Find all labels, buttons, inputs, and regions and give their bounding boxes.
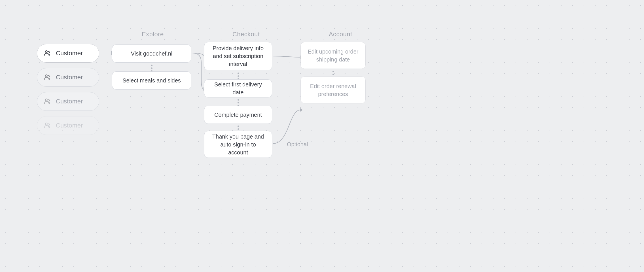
actor-customer-1: Customer (37, 44, 99, 63)
actor-customer-2: Customer (37, 68, 99, 87)
delivery-info-node: Provide delivery info and set subscripti… (204, 42, 272, 70)
thankyou-label: Thank you page and auto sign-in to accou… (210, 133, 266, 156)
actor-customer-3: Customer (37, 92, 99, 111)
svg-point-8 (48, 76, 50, 77)
customer-icon-2 (42, 72, 52, 82)
svg-point-11 (45, 123, 47, 125)
visit-node: Visit goodchef.nl (112, 44, 191, 63)
column-header-checkout: Checkout (232, 31, 260, 38)
svg-point-10 (48, 100, 50, 101)
optional-label: Optional (287, 141, 308, 148)
delivery-info-label: Provide delivery info and set subscripti… (210, 44, 266, 68)
actor-label-1: Customer (56, 50, 83, 57)
renewal-label: Edit order renewal preferences (306, 82, 360, 98)
first-delivery-label: Select first delivery date (210, 80, 266, 96)
column-header-account: Account (329, 31, 352, 38)
svg-marker-4 (300, 108, 303, 112)
shipping-date-node: Edit upcoming order shipping date (300, 42, 366, 69)
customer-icon-3 (42, 96, 52, 107)
customer-icon-1 (42, 48, 52, 58)
shipping-date-label: Edit upcoming order shipping date (306, 48, 360, 63)
svg-point-9 (45, 99, 47, 101)
svg-point-5 (45, 51, 47, 53)
column-header-explore: Explore (142, 31, 164, 38)
visit-label: Visit goodchef.nl (131, 50, 172, 58)
actor-label-3: Customer (56, 98, 83, 105)
first-delivery-node: Select first delivery date (204, 79, 272, 97)
actor-label-2: Customer (56, 74, 83, 81)
customer-icon-4 (42, 120, 52, 131)
actor-label-4: Customer (56, 122, 83, 129)
select-meals-node: Select meals and sides (112, 71, 191, 90)
renewal-node: Edit order renewal preferences (300, 76, 366, 103)
vdots-explore (151, 65, 152, 72)
select-meals-label: Select meals and sides (122, 76, 181, 84)
vdots-checkout-2 (238, 99, 239, 106)
payment-node: Complete payment (204, 106, 272, 124)
actor-customer-4: Customer (37, 116, 99, 135)
svg-point-12 (48, 124, 50, 126)
payment-label: Complete payment (214, 111, 262, 119)
thankyou-node: Thank you page and auto sign-in to accou… (204, 131, 272, 158)
svg-point-7 (45, 75, 47, 77)
vdots-checkout-1 (238, 73, 239, 80)
svg-point-6 (48, 52, 50, 53)
